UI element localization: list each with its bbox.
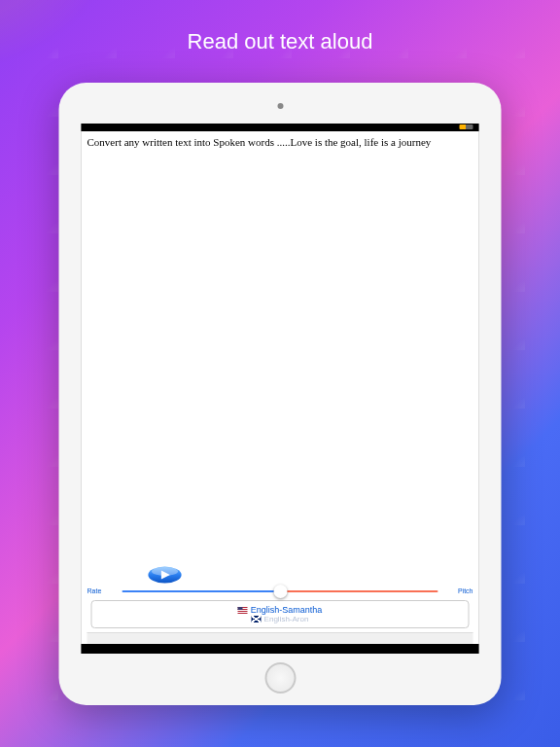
pitch-label: Pitch <box>444 587 473 594</box>
voice-label: English-Aron <box>264 615 309 623</box>
promo-title: Read out text aloud <box>0 29 560 54</box>
text-input[interactable]: Convert any written text into Spoken wor… <box>82 131 479 564</box>
voice-option[interactable]: English-Aron <box>92 615 469 623</box>
nav-bar <box>88 632 473 644</box>
bottom-bar <box>82 644 479 654</box>
play-icon <box>148 566 183 584</box>
screen: Convert any written text into Spoken wor… <box>82 124 479 654</box>
us-flag-icon <box>238 607 248 614</box>
playback-controls: Rate Pitch English-Samantha English-Aron <box>82 564 479 644</box>
gb-flag-icon <box>252 616 262 622</box>
voice-option-selected[interactable]: English-Samantha <box>92 605 469 615</box>
tablet-frame: Convert any written text into Spoken wor… <box>59 83 502 705</box>
play-button[interactable] <box>148 566 183 584</box>
slider-thumb[interactable] <box>273 585 287 598</box>
home-button[interactable] <box>264 662 296 694</box>
rate-pitch-slider[interactable] <box>122 590 438 592</box>
rate-pitch-slider-row: Rate Pitch <box>88 587 473 594</box>
voice-picker[interactable]: English-Samantha English-Aron <box>91 600 470 628</box>
status-bar <box>82 124 479 131</box>
rate-label: Rate <box>88 587 117 594</box>
voice-label: English-Samantha <box>251 605 323 615</box>
camera-dot <box>277 103 283 109</box>
